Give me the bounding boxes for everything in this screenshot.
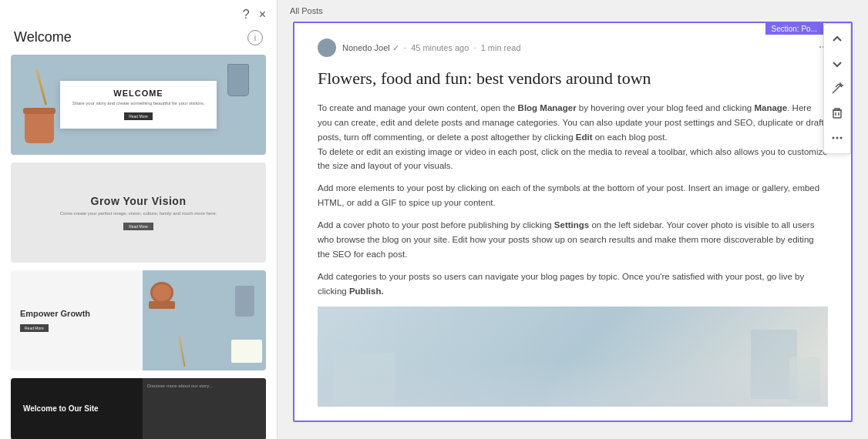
left-panel: ? × Welcome i WELCOME Share your story <box>0 0 278 439</box>
svg-line-0 <box>833 87 839 93</box>
svg-line-2 <box>836 84 839 87</box>
post-paragraph-3: Add a cover photo to your post before pu… <box>318 218 828 262</box>
help-icon[interactable]: ? <box>243 8 250 22</box>
decoration-right <box>227 64 249 96</box>
post-image-overlay <box>318 360 828 407</box>
info-icon[interactable]: i <box>247 30 263 45</box>
post-read-time: 1 min read <box>481 43 521 52</box>
templates-list: WELCOME Share your story and create some… <box>0 55 277 439</box>
panel-header: ? × <box>0 0 277 26</box>
blog-post: Nonedo Joel ✓ · 45 minutes ago · 1 min r… <box>294 23 851 421</box>
card-empower-title: Empower Growth <box>20 308 133 319</box>
card-grow-btn[interactable]: Read More <box>123 223 153 230</box>
author-avatar <box>318 39 336 57</box>
more-button[interactable] <box>826 126 849 149</box>
card-grow-text: Come create your perfect image, vision, … <box>60 210 217 217</box>
template-card-welcome[interactable]: WELCOME Share your story and create some… <box>11 55 266 155</box>
post-title: Flowers, food and fun: best vendors arou… <box>318 68 828 90</box>
author-name: Nonedo Joel <box>342 43 390 52</box>
card-empower-btn[interactable]: Read More <box>20 324 49 332</box>
template-card-grow[interactable]: Grow Your Vision Come create your perfec… <box>11 163 266 263</box>
post-body: To create and manage your own content, o… <box>318 101 828 300</box>
close-icon[interactable]: × <box>259 8 266 22</box>
card-empower-right <box>143 270 266 370</box>
post-paragraph-1: To create and manage your own content, o… <box>318 101 828 174</box>
floating-toolbar <box>823 23 851 154</box>
post-image <box>318 307 828 407</box>
card-grow-inner: Grow Your Vision Come create your perfec… <box>60 195 217 231</box>
panel-title-row: Welcome i <box>0 26 277 55</box>
svg-point-11 <box>840 137 843 139</box>
move-up-button[interactable] <box>826 28 849 51</box>
post-meta: Nonedo Joel ✓ · 45 minutes ago · 1 min r… <box>318 39 828 57</box>
card-dark-right: Discover more about our story... <box>143 378 266 439</box>
post-paragraph-4: Add categories to your posts so users ca… <box>318 270 828 299</box>
card-welcome-inner: WELCOME Share your story and create some… <box>60 81 217 128</box>
section-label: Section: Po... <box>765 23 823 35</box>
card-dark-title: Welcome to Our Site <box>23 404 130 414</box>
panel-title: Welcome <box>14 29 72 45</box>
svg-point-10 <box>836 137 839 139</box>
card-dark-subtext: Discover more about our story... <box>143 378 266 394</box>
content-area: Section: Po... <box>293 22 853 422</box>
post-meta-text: Nonedo Joel ✓ · 45 minutes ago · 1 min r… <box>342 43 521 53</box>
delete-button[interactable] <box>826 102 849 125</box>
card-welcome-btn[interactable]: Read More <box>124 112 153 120</box>
decoration-left <box>25 111 54 143</box>
author-verified: ✓ <box>392 43 399 52</box>
template-card-dark[interactable]: Welcome to Our Site Discover more about … <box>11 378 266 439</box>
breadcrumb: All Posts <box>278 0 868 22</box>
wand-button[interactable] <box>826 77 849 100</box>
card-empower-left: Empower Growth Read More <box>11 296 143 345</box>
post-time-ago: 45 minutes ago <box>411 43 469 52</box>
move-down-button[interactable] <box>826 52 849 75</box>
post-paragraph-2: Add more elements to your post by clicki… <box>318 181 828 210</box>
card-welcome-title: WELCOME <box>72 89 205 98</box>
card-welcome-text: Share your story and create something be… <box>72 100 205 106</box>
svg-point-9 <box>833 137 835 139</box>
right-panel: All Posts Section: Po... <box>278 0 868 439</box>
svg-rect-6 <box>833 110 841 118</box>
card-dark-left: Welcome to Our Site <box>11 394 143 424</box>
card-grow-title: Grow Your Vision <box>60 195 217 207</box>
template-card-empower[interactable]: Empower Growth Read More <box>11 270 266 370</box>
